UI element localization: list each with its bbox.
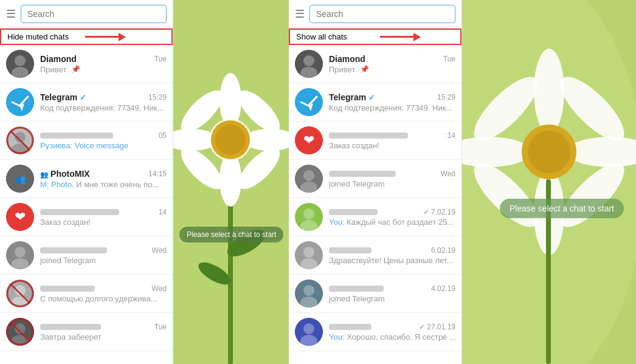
middle-chat-info-joined1: Wed joined Telegram xyxy=(329,170,455,188)
middle-chat-name-diamond: Diamond xyxy=(329,54,365,64)
middle-chat-info-contact2: 6.02.19 Здравствуйте! Цены разные лет... xyxy=(329,246,455,265)
middle-filter-label: Show all chats xyxy=(296,32,347,41)
left-chat-preview-photomix: M: Photo. И мне тоже очень по... xyxy=(40,180,167,189)
middle-avatar-telegram xyxy=(295,88,323,116)
svg-point-51 xyxy=(303,208,314,219)
middle-chat-time-diamond: Tue xyxy=(443,55,455,63)
left-search-input[interactable] xyxy=(21,5,167,23)
svg-point-14 xyxy=(15,247,26,258)
left-chat-info-order: 14 Заказ создан! xyxy=(40,208,167,227)
svg-point-3 xyxy=(6,88,34,116)
left-chat-info-diamond: Diamond Tue Привет 📌 xyxy=(40,54,167,74)
middle-chat-contact2[interactable]: 6.02.19 Здравствуйте! Цены разные лет... xyxy=(289,236,461,275)
left-chat-time-tomorrow: Tue xyxy=(154,323,167,331)
left-chat-time-photomix: 14:15 xyxy=(148,170,167,178)
left-chat-info-joined1: Wed joined Telegram xyxy=(40,246,167,265)
svg-line-20 xyxy=(10,284,30,303)
middle-chat-diamond[interactable]: Diamond Tue Привет 📌 xyxy=(289,45,461,83)
left-avatar-photomix: 👥 xyxy=(6,165,34,193)
left-avatar-tomorrow xyxy=(6,318,34,346)
left-chat-time-muted2: Wed xyxy=(152,284,167,293)
middle-chat-list: Diamond Tue Привет 📌 xyxy=(289,45,461,364)
middle-chat-joined1[interactable]: Wed joined Telegram xyxy=(289,160,461,198)
left-blurred-name-joined1 xyxy=(40,247,107,253)
left-chat-info-photomix: 👥 PhotoMIX 14:15 M: Photo. И мне тоже оч… xyxy=(40,169,167,189)
left-avatar-order: ❤ xyxy=(6,203,34,231)
svg-text:❤: ❤ xyxy=(303,132,314,148)
left-chat-joined1[interactable]: Wed joined Telegram xyxy=(0,236,173,275)
middle-chat-info-contact1: ✓ 7.02.19 You: Каждый час бот раздает 25… xyxy=(329,208,455,227)
svg-point-44 xyxy=(295,88,323,116)
middle-chat-time-contact3: 4.02.19 xyxy=(431,284,455,293)
middle-chat-time-contact4: ✓ 27.01.19 xyxy=(419,323,455,331)
left-chat-tomorrow[interactable]: Tue Завтра забеерет xyxy=(0,313,173,351)
svg-point-60 xyxy=(303,323,314,334)
middle-chat-info-contact4: ✓ 27.01.19 You: Хорошо, спасибо. Я сестр… xyxy=(329,323,455,342)
left-chat-preview-telegram: Код подтверждения: 77349. Ник... xyxy=(40,103,167,112)
middle-chat-name-telegram: Telegram ✓ xyxy=(329,92,375,102)
middle-blurred-name-contact2 xyxy=(329,247,372,253)
middle-panel: ☰ Show all chats Diamond xyxy=(289,0,462,364)
middle-blurred-name-contact3 xyxy=(329,286,384,292)
left-chat-time-diamond: Tue xyxy=(154,55,167,63)
left-chat-name-telegram: Telegram ✓ xyxy=(40,92,86,102)
svg-point-32 xyxy=(219,152,241,207)
left-chat-time-joined1: Wed xyxy=(152,246,167,255)
middle-chat-contact4[interactable]: ✓ 27.01.19 You: Хорошо, спасибо. Я сестр… xyxy=(289,313,461,351)
left-chat-order[interactable]: ❤ 14 Заказ создан! xyxy=(0,198,173,236)
svg-line-25 xyxy=(10,322,30,342)
left-chat-name-photomix: 👥 PhotoMIX xyxy=(40,169,90,179)
svg-text:👥: 👥 xyxy=(15,174,26,185)
center-bg-panel: Please select a chat to start xyxy=(173,0,289,364)
left-blurred-name-muted1 xyxy=(40,132,113,139)
left-chat-muted1[interactable]: 05 Рузиева: Voice message xyxy=(0,122,173,160)
left-chat-preview-muted2: С помощью долгого удержива... xyxy=(40,294,167,303)
middle-blurred-name-contact1 xyxy=(329,209,378,215)
left-filter-label: Hide muted chats xyxy=(7,32,69,41)
middle-avatar-contact1 xyxy=(295,203,323,231)
left-chat-muted2[interactable]: Wed С помощью долгого удержива... xyxy=(0,275,173,313)
middle-chat-preview-telegram: Код подтверждения: 77349. Ник... xyxy=(329,103,455,112)
flower-svg xyxy=(173,0,289,364)
left-chat-photomix[interactable]: 👥 👥 PhotoMIX 14:15 M: Photo. И мне тоже … xyxy=(0,160,173,198)
left-chat-time-telegram: 15:29 xyxy=(148,93,167,101)
middle-chat-order[interactable]: ❤ :14 Заказ создан! xyxy=(289,122,461,160)
middle-chat-info-telegram: Telegram ✓ 15:29 Код подтверждения: 7734… xyxy=(329,92,455,112)
middle-blurred-name-joined1 xyxy=(329,171,396,177)
middle-blurred-name-contact4 xyxy=(329,324,372,330)
left-panel: ☰ Hide muted chats Diamond xyxy=(0,0,173,364)
middle-hamburger-icon[interactable]: ☰ xyxy=(295,7,305,21)
middle-avatar-diamond xyxy=(295,50,323,78)
left-avatar-diamond xyxy=(6,50,34,78)
left-chat-diamond[interactable]: Diamond Tue Привет 📌 xyxy=(0,45,173,83)
left-hamburger-icon[interactable]: ☰ xyxy=(6,7,16,21)
middle-blurred-name-order xyxy=(329,132,408,139)
middle-search-input[interactable] xyxy=(309,5,455,23)
left-chat-name-diamond: Diamond xyxy=(40,54,77,64)
svg-point-48 xyxy=(303,170,314,181)
left-chat-preview-joined1: joined Telegram xyxy=(40,256,167,265)
middle-chat-preview-order: Заказ создан! xyxy=(329,141,455,150)
left-chat-info-telegram: Telegram ✓ 15:29 Код подтверждения: 7734… xyxy=(40,92,167,112)
middle-avatar-contact2 xyxy=(295,241,323,269)
left-verified-icon-telegram: ✓ xyxy=(80,93,86,102)
middle-filter-bar[interactable]: Show all chats xyxy=(289,29,461,45)
middle-chat-telegram[interactable]: Telegram ✓ 15:29 Код подтверждения: 7734… xyxy=(289,83,461,122)
left-avatar-telegram xyxy=(6,88,34,116)
right-bg-svg xyxy=(462,0,636,364)
middle-avatar-order: ❤ xyxy=(295,126,323,154)
left-blurred-name-muted2 xyxy=(40,286,95,292)
middle-chat-time-joined1: Wed xyxy=(441,170,455,178)
middle-chat-contact1[interactable]: ✓ 7.02.19 You: Каждый час бот раздает 25… xyxy=(289,198,461,236)
middle-chat-time-contact2: 6.02.19 xyxy=(431,246,455,255)
svg-point-73 xyxy=(528,131,570,173)
left-chat-info-muted2: Wed С помощью долгого удержива... xyxy=(40,284,167,303)
middle-avatar-contact4 xyxy=(295,318,323,346)
middle-chat-preview-joined1: joined Telegram xyxy=(329,179,455,188)
middle-avatar-contact3 xyxy=(295,280,323,307)
left-chat-telegram[interactable]: Telegram ✓ 15:29 Код подтверждения: 7734… xyxy=(0,83,173,122)
right-panel: Please select a chat to start xyxy=(462,0,636,364)
middle-avatar-joined1 xyxy=(295,165,323,193)
middle-chat-contact3[interactable]: 4.02.19 joined Telegram xyxy=(289,275,461,313)
left-chat-preview-order: Заказ создан! xyxy=(40,218,167,227)
